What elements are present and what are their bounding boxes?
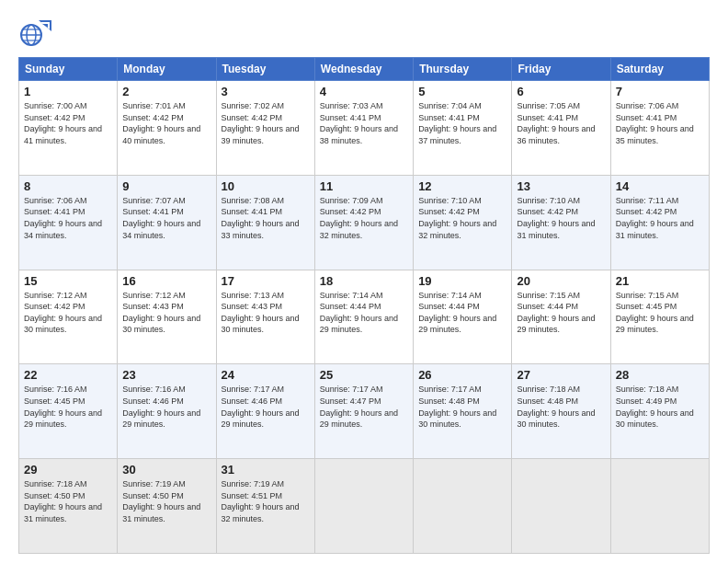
day-info: Sunrise: 7:17 AMSunset: 4:48 PMDaylight:… <box>418 384 506 430</box>
weekday-header-wednesday: Wednesday <box>314 58 413 81</box>
calendar-cell: 5Sunrise: 7:04 AMSunset: 4:41 PMDaylight… <box>414 81 512 176</box>
calendar-cell: 4Sunrise: 7:03 AMSunset: 4:41 PMDaylight… <box>314 81 413 176</box>
calendar-cell <box>512 459 610 554</box>
calendar-cell: 16Sunrise: 7:12 AMSunset: 4:43 PMDayligh… <box>118 270 216 364</box>
day-number: 20 <box>517 274 605 288</box>
day-info: Sunrise: 7:16 AMSunset: 4:45 PMDaylight:… <box>24 384 112 430</box>
day-info: Sunrise: 7:13 AMSunset: 4:43 PMDaylight:… <box>222 290 310 336</box>
day-info: Sunrise: 7:18 AMSunset: 4:49 PMDaylight:… <box>616 384 704 430</box>
day-info: Sunrise: 7:19 AMSunset: 4:51 PMDaylight:… <box>222 478 310 524</box>
calendar-table: SundayMondayTuesdayWednesdayThursdayFrid… <box>18 57 710 554</box>
calendar-cell: 3Sunrise: 7:02 AMSunset: 4:42 PMDaylight… <box>216 81 314 176</box>
calendar-cell: 28Sunrise: 7:18 AMSunset: 4:49 PMDayligh… <box>610 364 709 459</box>
calendar-cell: 8Sunrise: 7:06 AMSunset: 4:41 PMDaylight… <box>19 175 118 270</box>
calendar-cell: 30Sunrise: 7:19 AMSunset: 4:50 PMDayligh… <box>118 459 216 554</box>
calendar-cell: 9Sunrise: 7:07 AMSunset: 4:41 PMDaylight… <box>118 175 216 270</box>
day-info: Sunrise: 7:00 AMSunset: 4:42 PMDaylight:… <box>24 100 112 146</box>
day-info: Sunrise: 7:11 AMSunset: 4:42 PMDaylight:… <box>616 195 704 241</box>
day-number: 5 <box>418 85 506 98</box>
day-info: Sunrise: 7:06 AMSunset: 4:41 PMDaylight:… <box>24 195 112 241</box>
day-number: 4 <box>320 85 408 98</box>
calendar-cell: 6Sunrise: 7:05 AMSunset: 4:41 PMDaylight… <box>512 81 610 176</box>
day-number: 14 <box>616 179 704 193</box>
day-info: Sunrise: 7:03 AMSunset: 4:41 PMDaylight:… <box>320 100 408 146</box>
weekday-header-thursday: Thursday <box>414 58 512 81</box>
calendar-cell: 29Sunrise: 7:18 AMSunset: 4:50 PMDayligh… <box>19 459 118 554</box>
day-number: 23 <box>122 368 210 382</box>
weekday-header-saturday: Saturday <box>610 58 709 81</box>
day-number: 22 <box>24 368 112 382</box>
calendar-cell: 25Sunrise: 7:17 AMSunset: 4:47 PMDayligh… <box>314 364 413 459</box>
weekday-header-tuesday: Tuesday <box>216 58 314 81</box>
calendar-cell: 26Sunrise: 7:17 AMSunset: 4:48 PMDayligh… <box>414 364 512 459</box>
day-info: Sunrise: 7:16 AMSunset: 4:46 PMDaylight:… <box>122 384 210 430</box>
day-info: Sunrise: 7:12 AMSunset: 4:42 PMDaylight:… <box>24 290 112 336</box>
day-info: Sunrise: 7:06 AMSunset: 4:41 PMDaylight:… <box>616 100 704 146</box>
calendar-cell: 22Sunrise: 7:16 AMSunset: 4:45 PMDayligh… <box>19 364 118 459</box>
calendar-week-4: 22Sunrise: 7:16 AMSunset: 4:45 PMDayligh… <box>19 364 710 459</box>
calendar-cell: 24Sunrise: 7:17 AMSunset: 4:46 PMDayligh… <box>216 364 314 459</box>
day-info: Sunrise: 7:05 AMSunset: 4:41 PMDaylight:… <box>517 100 605 146</box>
calendar-cell <box>314 459 413 554</box>
calendar-cell: 12Sunrise: 7:10 AMSunset: 4:42 PMDayligh… <box>414 175 512 270</box>
day-info: Sunrise: 7:15 AMSunset: 4:44 PMDaylight:… <box>517 290 605 336</box>
day-info: Sunrise: 7:18 AMSunset: 4:48 PMDaylight:… <box>517 384 605 430</box>
day-info: Sunrise: 7:08 AMSunset: 4:41 PMDaylight:… <box>222 195 310 241</box>
logo <box>18 17 54 50</box>
day-number: 26 <box>418 368 506 382</box>
calendar-cell: 18Sunrise: 7:14 AMSunset: 4:44 PMDayligh… <box>314 270 413 364</box>
day-number: 12 <box>418 179 506 193</box>
day-number: 19 <box>418 274 506 288</box>
calendar-cell: 7Sunrise: 7:06 AMSunset: 4:41 PMDaylight… <box>610 81 709 176</box>
calendar-cell: 19Sunrise: 7:14 AMSunset: 4:44 PMDayligh… <box>414 270 512 364</box>
day-number: 25 <box>320 368 408 382</box>
day-number: 17 <box>222 274 310 288</box>
day-info: Sunrise: 7:09 AMSunset: 4:42 PMDaylight:… <box>320 195 408 241</box>
weekday-header-friday: Friday <box>512 58 610 81</box>
weekday-header-sunday: Sunday <box>19 58 118 81</box>
header <box>18 17 710 50</box>
day-info: Sunrise: 7:14 AMSunset: 4:44 PMDaylight:… <box>320 290 408 336</box>
day-number: 7 <box>616 85 704 98</box>
day-number: 24 <box>222 368 310 382</box>
calendar-cell: 13Sunrise: 7:10 AMSunset: 4:42 PMDayligh… <box>512 175 610 270</box>
day-info: Sunrise: 7:17 AMSunset: 4:46 PMDaylight:… <box>222 384 310 430</box>
day-number: 18 <box>320 274 408 288</box>
weekday-header-monday: Monday <box>118 58 216 81</box>
day-number: 13 <box>517 179 605 193</box>
calendar-cell: 17Sunrise: 7:13 AMSunset: 4:43 PMDayligh… <box>216 270 314 364</box>
day-info: Sunrise: 7:19 AMSunset: 4:50 PMDaylight:… <box>122 478 210 524</box>
calendar-week-5: 29Sunrise: 7:18 AMSunset: 4:50 PMDayligh… <box>19 459 710 554</box>
calendar-header-row: SundayMondayTuesdayWednesdayThursdayFrid… <box>19 58 710 81</box>
calendar-cell: 2Sunrise: 7:01 AMSunset: 4:42 PMDaylight… <box>118 81 216 176</box>
calendar-week-3: 15Sunrise: 7:12 AMSunset: 4:42 PMDayligh… <box>19 270 710 364</box>
day-number: 3 <box>222 85 310 98</box>
day-number: 21 <box>616 274 704 288</box>
day-info: Sunrise: 7:10 AMSunset: 4:42 PMDaylight:… <box>418 195 506 241</box>
day-number: 2 <box>122 85 210 98</box>
day-number: 6 <box>517 85 605 98</box>
day-info: Sunrise: 7:17 AMSunset: 4:47 PMDaylight:… <box>320 384 408 430</box>
day-number: 30 <box>122 463 210 477</box>
day-number: 27 <box>517 368 605 382</box>
calendar-cell <box>414 459 512 554</box>
day-info: Sunrise: 7:14 AMSunset: 4:44 PMDaylight:… <box>418 290 506 336</box>
calendar-cell: 10Sunrise: 7:08 AMSunset: 4:41 PMDayligh… <box>216 175 314 270</box>
day-number: 16 <box>122 274 210 288</box>
calendar-body: 1Sunrise: 7:00 AMSunset: 4:42 PMDaylight… <box>19 81 710 554</box>
day-info: Sunrise: 7:01 AMSunset: 4:42 PMDaylight:… <box>122 100 210 146</box>
calendar-cell: 20Sunrise: 7:15 AMSunset: 4:44 PMDayligh… <box>512 270 610 364</box>
logo-icon <box>18 17 51 50</box>
day-info: Sunrise: 7:04 AMSunset: 4:41 PMDaylight:… <box>418 100 506 146</box>
page: SundayMondayTuesdayWednesdayThursdayFrid… <box>0 0 728 563</box>
day-number: 11 <box>320 179 408 193</box>
day-number: 31 <box>222 463 310 477</box>
day-info: Sunrise: 7:15 AMSunset: 4:45 PMDaylight:… <box>616 290 704 336</box>
calendar-week-1: 1Sunrise: 7:00 AMSunset: 4:42 PMDaylight… <box>19 81 710 176</box>
day-number: 1 <box>24 85 112 98</box>
day-number: 28 <box>616 368 704 382</box>
calendar-week-2: 8Sunrise: 7:06 AMSunset: 4:41 PMDaylight… <box>19 175 710 270</box>
day-number: 29 <box>24 463 112 477</box>
calendar-cell: 23Sunrise: 7:16 AMSunset: 4:46 PMDayligh… <box>118 364 216 459</box>
day-number: 15 <box>24 274 112 288</box>
